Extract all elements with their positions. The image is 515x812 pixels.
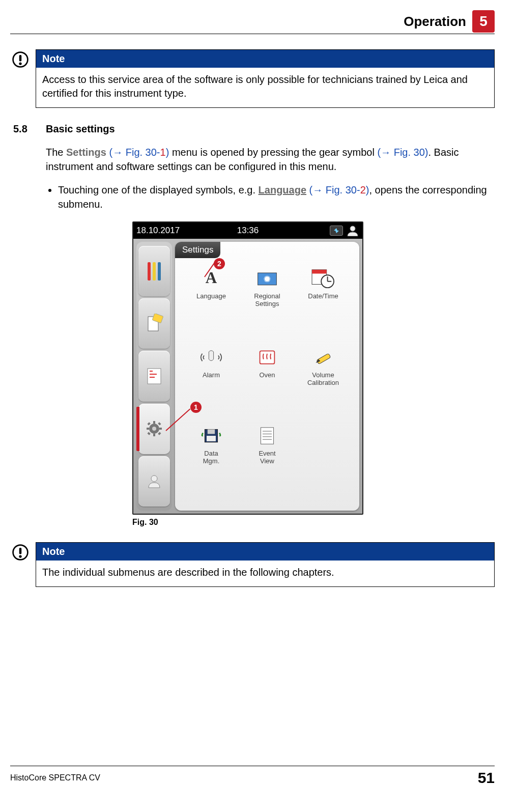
note-body: The individual submenus are described in… [36,561,494,586]
svg-point-23 [151,475,157,482]
svg-point-2 [19,62,21,65]
tile-label: DataMgm. [203,450,220,465]
svg-rect-36 [208,430,215,434]
tile-volume-calibration[interactable]: VolumeCalibration [296,345,350,422]
topbar-time: 13:36 [237,226,259,236]
tile-label: Alarm [203,372,220,379]
svg-rect-44 [19,548,22,554]
tile-language[interactable]: A Language [184,266,238,343]
settings-panel: Settings A Language RegionalSettings D [175,242,359,511]
tile-label: VolumeCalibration [307,372,339,387]
sidebar-btn-racks[interactable] [138,246,170,296]
footer-product: HistoCore SPECTRA CV [10,773,100,782]
device-screenshot: 18.10.2017 13:36 [132,221,363,515]
paragraph-1: The Settings (→ Fig. 30-1) menu is opene… [46,145,495,174]
bullet-list: Touching one of the displayed symbols, e… [46,183,495,211]
sidebar-btn-settings[interactable] [138,404,170,454]
language-ref: Language [259,184,306,195]
svg-rect-28 [312,270,327,274]
svg-rect-22 [158,432,161,435]
user-icon[interactable] [346,225,359,236]
sidebar-btn-consumables[interactable] [138,298,170,349]
svg-rect-4 [148,262,151,281]
svg-rect-17 [147,428,149,430]
oven-icon [253,345,281,370]
svg-point-3 [350,226,355,231]
note-icon [10,49,31,108]
svg-rect-12 [150,377,155,378]
topbar-date: 18.10.2017 [136,226,180,236]
flag-icon [253,266,281,291]
tile-label: EventView [259,450,275,465]
callout-2: 2 [214,258,225,269]
panel-title-tab: Settings [175,242,220,258]
figure-caption: Fig. 30 [132,518,363,527]
svg-rect-9 [148,369,161,384]
status-icon[interactable] [330,226,343,236]
svg-rect-6 [158,262,161,281]
sidebar-btn-programs[interactable] [138,351,170,401]
tile-oven[interactable]: Oven [240,345,294,422]
callout-1: 1 [190,402,202,413]
tile-event-view[interactable]: EventView [240,424,294,500]
tile-label: Oven [259,372,275,379]
section-title: Basic settings [46,123,115,135]
svg-rect-20 [158,422,161,425]
device-sidebar [136,242,172,511]
document-icon [253,424,281,448]
svg-rect-5 [153,262,156,281]
floppy-icon [197,424,225,448]
svg-rect-37 [207,436,216,441]
note-box-1: Note Access to this service area of the … [10,49,495,108]
device-topbar: 18.10.2017 13:36 [133,222,362,239]
settings-ref: Settings [66,147,106,158]
svg-rect-33 [317,353,331,365]
note-header: Note [36,543,494,561]
footer-page: 51 [478,769,495,787]
note-box-2: Note The individual submenus are describ… [10,542,495,587]
svg-rect-21 [147,432,150,435]
svg-rect-1 [19,55,22,62]
tile-datetime[interactable]: Date/Time [296,266,350,343]
note-body: Access to this service area of the softw… [36,68,494,107]
active-indicator [136,407,139,451]
note-icon [10,542,31,587]
tile-regional[interactable]: RegionalSettings [240,266,294,343]
language-icon: A [197,266,225,291]
sidebar-btn-user[interactable] [138,456,170,507]
alarm-icon [197,345,225,370]
note-header: Note [36,50,494,68]
tile-label: Date/Time [308,293,338,300]
section-heading: 5.8 Basic settings [13,123,495,135]
marker-icon [309,345,337,370]
calendar-clock-icon [309,266,337,291]
tile-label: RegionalSettings [254,293,280,308]
chapter-badge: 5 [472,10,495,33]
svg-rect-38 [261,428,273,444]
page-header: Operation 5 [10,10,495,34]
svg-rect-16 [153,434,155,436]
svg-point-45 [19,555,21,557]
page-footer: HistoCore SPECTRA CV 51 [10,766,495,787]
svg-rect-11 [150,374,157,375]
tile-data-mgm[interactable]: DataMgm. [184,424,238,500]
section-number: 5.8 [13,123,34,135]
gear-icon [146,421,162,437]
svg-point-26 [264,276,271,283]
header-title: Operation [404,14,466,30]
svg-point-14 [152,427,156,431]
svg-rect-19 [147,422,150,425]
tile-label: Language [196,293,226,300]
svg-rect-18 [159,428,162,430]
svg-rect-10 [150,371,153,372]
tile-empty [296,424,350,500]
svg-rect-15 [153,421,155,424]
bullet-1: Touching one of the displayed symbols, e… [58,183,495,211]
figure-30: 18.10.2017 13:36 [132,221,363,527]
